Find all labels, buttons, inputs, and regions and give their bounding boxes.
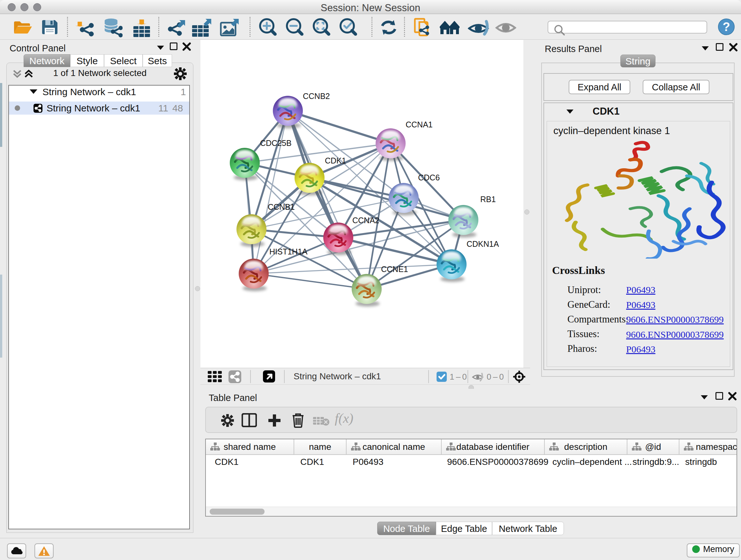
svg-text:CDC25B: CDC25B [260,138,292,147]
svg-text:CCNB1: CCNB1 [268,202,295,211]
svg-text:CCNB2: CCNB2 [303,91,330,101]
svg-text:CCNA2: CCNA2 [352,216,380,225]
svg-text:CDKN1A: CDKN1A [467,240,499,248]
svg-text:CDC6: CDC6 [418,173,440,182]
svg-text:CCNE1: CCNE1 [381,265,408,273]
svg-text:HIST1H1A: HIST1H1A [269,247,308,256]
svg-text:CCNA1: CCNA1 [406,120,433,129]
svg-text:RB1: RB1 [480,195,496,204]
svg-text:?: ? [723,20,730,34]
svg-text:CDK1: CDK1 [325,156,346,165]
